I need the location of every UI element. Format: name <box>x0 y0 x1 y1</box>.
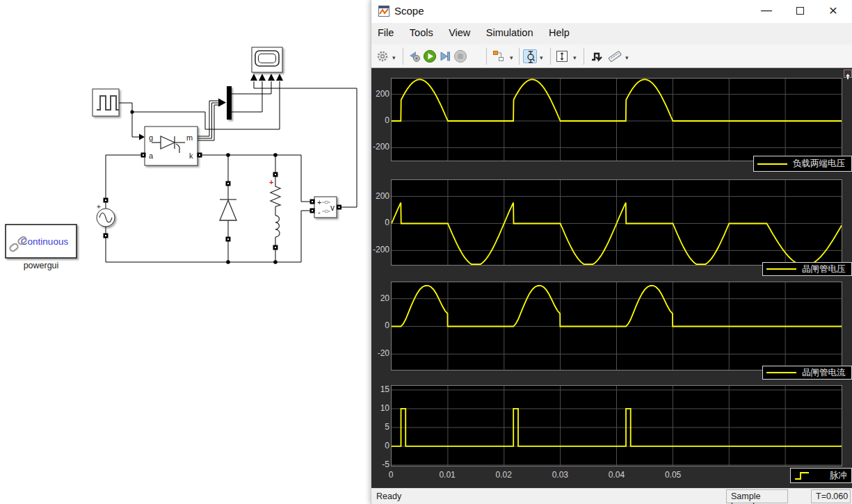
legend-text: 晶闸管电流 <box>802 367 846 379</box>
statusbar: Ready Sample based T=0.060 <box>371 488 852 504</box>
voltage-measurement-block[interactable]: + - v <box>314 197 337 218</box>
y-tick-label: 5 <box>371 422 389 432</box>
inductor-icon <box>275 216 280 237</box>
scope-plot-3 <box>391 282 842 371</box>
screen: g a m k <box>0 0 852 504</box>
plot-canvas-1 <box>392 79 842 161</box>
menu-tools[interactable]: Tools <box>403 23 440 38</box>
y-tick-label: 200 <box>371 89 389 99</box>
simulink-model-canvas: g a m k <box>0 0 371 504</box>
ac-plus-label: + <box>97 203 101 211</box>
legend-line-sample <box>763 366 799 379</box>
x-tick-label: 0.04 <box>602 470 632 480</box>
x-tick-label: 0.02 <box>488 470 519 480</box>
trigger-icon[interactable] <box>590 49 604 63</box>
zoom-tool-icon[interactable] <box>523 49 537 63</box>
powergui-name-label: powergui <box>24 261 59 270</box>
x-tick-label: 0.01 <box>432 470 463 480</box>
port-label-k: k <box>189 152 193 160</box>
pulse-generator-block[interactable] <box>93 89 119 116</box>
step-back-icon[interactable] <box>408 49 421 63</box>
run-icon[interactable] <box>423 49 437 63</box>
legend-plot-3[interactable]: 晶闸管电流 <box>762 366 852 380</box>
toolbar-toggle-icon[interactable] <box>844 70 852 78</box>
powergui-mode-label: Continuous <box>21 236 69 247</box>
minimize-button[interactable]: — <box>750 0 782 22</box>
maximize-button[interactable] <box>784 0 816 22</box>
measurements-icon[interactable] <box>608 49 622 63</box>
scope-plot-1 <box>391 78 842 161</box>
legend-plot-4[interactable]: 脉冲 <box>790 468 852 483</box>
demux-input-arrow <box>218 99 226 107</box>
rl-branch-block[interactable]: + <box>269 178 280 237</box>
sim-time-panel: T=0.060 <box>811 489 851 503</box>
port-label-a: a <box>149 152 154 160</box>
scope-window: Scope — × File Tools View Simulation Hel… <box>371 0 852 504</box>
gate-input-arrow <box>139 134 145 140</box>
measurements-dropdown-caret[interactable]: ▾ <box>625 54 631 60</box>
highlight-dropdown-caret[interactable]: ▾ <box>510 54 515 60</box>
scope-plot-2 <box>391 179 842 266</box>
menubar: File Tools View Simulation Help <box>371 23 852 44</box>
window-title: Scope <box>394 5 424 17</box>
y-tick-label: -200 <box>371 245 389 254</box>
scope-plot-area: 2000-200负载两端电压2000-200晶闸管电压200-20晶闸管电流15… <box>371 68 852 488</box>
legend-text: 脉冲 <box>830 470 847 482</box>
titlebar[interactable]: Scope — × <box>371 0 852 23</box>
y-tick-label: -20 <box>371 348 389 358</box>
x-tick-label: 0.03 <box>545 470 575 480</box>
scope-plot-4 <box>391 385 842 466</box>
plot-canvas-2 <box>392 180 842 265</box>
legend-line-sample <box>763 263 799 275</box>
legend-text: 晶闸管电压 <box>802 263 846 275</box>
y-tick-label: -200 <box>371 142 389 152</box>
demux-block[interactable] <box>227 86 232 120</box>
resistor-icon <box>271 184 280 206</box>
thyristor-block[interactable]: g a m k <box>145 127 198 165</box>
menu-file[interactable]: File <box>371 23 400 38</box>
settings-dropdown-caret[interactable]: ▾ <box>392 54 398 60</box>
plot-canvas-3 <box>392 282 842 370</box>
model-diagram: g a m k <box>0 0 371 504</box>
menu-view[interactable]: View <box>442 23 476 38</box>
legend-line-sample <box>754 158 790 170</box>
scope-input-ports <box>250 74 283 81</box>
maximize-icon <box>796 7 804 15</box>
y-tick-label: 0 <box>371 320 389 330</box>
legend-plot-2[interactable]: 晶闸管电压 <box>762 262 852 276</box>
x-tick-label: 0 <box>376 470 406 480</box>
scale-axes-icon[interactable] <box>555 49 569 63</box>
sample-mode-panel: Sample based <box>726 489 788 503</box>
scale-axes-dropdown-caret[interactable]: ▾ <box>573 54 579 60</box>
vm-minus-label: - <box>318 208 321 216</box>
settings-gear-icon[interactable] <box>376 49 389 63</box>
toolbar: ▾ ▾ ▾ <box>371 44 852 68</box>
zoom-dropdown-caret[interactable]: ▾ <box>540 54 545 60</box>
vm-v-label: v <box>330 203 335 213</box>
y-tick-label: 10 <box>371 403 389 413</box>
close-button[interactable]: × <box>817 0 849 22</box>
vm-plus-label: + <box>317 198 321 206</box>
y-tick-label: 0 <box>371 441 389 450</box>
legend-line-sample <box>791 469 827 482</box>
port-label-m: m <box>186 133 193 142</box>
diode-block[interactable] <box>220 200 236 220</box>
legend-plot-1[interactable]: 负载两端电压 <box>753 156 852 172</box>
step-forward-icon[interactable] <box>438 49 452 63</box>
port-label-g: g <box>149 133 153 142</box>
x-tick-label: 0.05 <box>658 470 689 480</box>
scope-block[interactable] <box>250 47 283 81</box>
powergui-block[interactable]: Continuous powergui <box>6 225 77 270</box>
menu-help[interactable]: Help <box>542 23 576 38</box>
stop-icon[interactable] <box>453 49 467 63</box>
rl-plus-label: + <box>269 178 273 186</box>
legend-text: 负载两端电压 <box>793 158 845 170</box>
scope-app-icon <box>378 6 389 17</box>
y-tick-label: 20 <box>371 293 389 303</box>
highlight-block-icon[interactable] <box>492 49 506 63</box>
status-text: Ready <box>376 491 401 501</box>
menu-simulation[interactable]: Simulation <box>480 23 540 38</box>
y-tick-label: 0 <box>371 115 389 125</box>
thyristor-measurement-bus <box>198 101 218 140</box>
y-tick-label: 15 <box>371 384 389 394</box>
